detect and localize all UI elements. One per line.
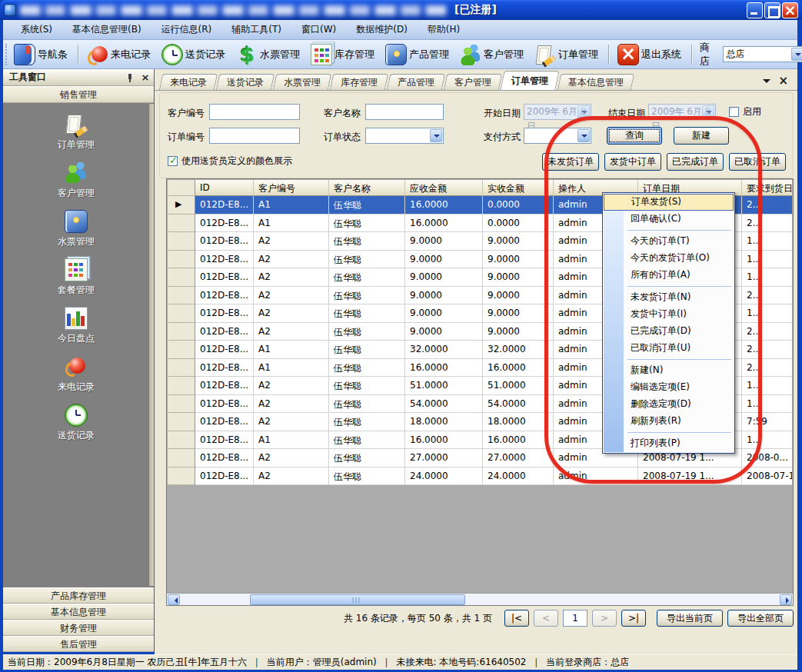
context-menu-item[interactable]: 已完成订单(D) [603, 323, 734, 340]
toolbar-button[interactable]: 订单管理 [529, 42, 604, 68]
row-selector[interactable] [168, 323, 195, 341]
query-button[interactable]: 查询 [607, 127, 662, 145]
order-status-filter-button[interactable]: 已完成订单 [667, 153, 724, 171]
row-selector[interactable] [168, 431, 195, 450]
context-menu-item[interactable]: 今天的订单(T) [603, 233, 734, 250]
sidebar-close-icon[interactable]: × [140, 72, 151, 83]
context-menu-item[interactable]: 回单确认(C) [603, 211, 734, 228]
sidebar-item[interactable]: 水票管理 [3, 210, 149, 248]
start-date-picker[interactable]: 2009年 6月 8日 [524, 104, 591, 120]
toolbar-button[interactable]: 客户管理 [454, 42, 529, 68]
checkbox-icon[interactable] [729, 107, 739, 117]
horizontal-scrollbar[interactable] [167, 593, 793, 605]
close-icon[interactable] [782, 2, 798, 18]
tab[interactable]: 订单管理 [500, 71, 559, 90]
context-menu-item[interactable] [603, 228, 734, 233]
menu-item[interactable]: 数据维护(D) [346, 20, 418, 39]
toolbar-button[interactable]: 库存管理 [305, 42, 380, 68]
menu-item[interactable]: 帮助(H) [418, 20, 470, 39]
context-menu-item[interactable]: 今天的发货订单(O) [603, 250, 734, 267]
sidebar-item[interactable]: 订单管理 [3, 113, 149, 151]
end-date-picker[interactable]: 2009年 6月 8日 [648, 104, 716, 120]
pay-method-combobox[interactable] [524, 128, 591, 144]
sidebar-section-sales[interactable]: 销售管理 [3, 86, 154, 103]
tab[interactable]: 库存管理 [330, 74, 388, 90]
chevron-down-icon[interactable] [791, 48, 802, 61]
row-selector[interactable] [168, 449, 195, 467]
sidebar-section[interactable]: 售后管理 [3, 636, 154, 652]
context-menu-item[interactable]: 已取消订单(U) [603, 340, 734, 357]
toolbar-button[interactable]: 送货记录 [156, 42, 231, 68]
context-menu-item[interactable]: 打印列表(P) [603, 435, 734, 452]
toolbar-button[interactable]: 水票管理 [231, 42, 305, 68]
order-status-filter-button[interactable]: 未发货订单 [542, 153, 599, 171]
column-header-received[interactable]: 实收金额 [483, 180, 554, 196]
export-all-pages-button[interactable]: 导出全部页 [727, 610, 794, 627]
scrollbar-thumb[interactable] [250, 594, 465, 605]
column-header-receivable[interactable]: 应收金额 [405, 180, 483, 196]
context-menu-item[interactable]: 未发货订单(N) [603, 289, 734, 306]
checkbox-checked-icon[interactable] [168, 156, 178, 166]
last-page-button[interactable]: >| [621, 610, 646, 627]
column-header-required-date[interactable]: 要求到货日期 [742, 180, 792, 196]
row-selector[interactable] [168, 341, 195, 359]
context-menu-item[interactable]: 订单发货(S) [604, 194, 734, 211]
row-selector[interactable] [168, 287, 195, 305]
page-number-input[interactable] [563, 610, 587, 627]
chevron-down-icon[interactable] [577, 105, 590, 118]
enable-checkbox[interactable]: 启用 [729, 105, 761, 118]
tab[interactable]: 送货记录 [216, 74, 275, 90]
column-header-selector[interactable] [168, 180, 195, 196]
context-menu-item[interactable] [603, 357, 734, 362]
color-display-checkbox[interactable]: 使用送货员定义的颜色展示 [168, 155, 292, 168]
row-selector[interactable] [168, 268, 195, 287]
chevron-down-icon[interactable] [577, 129, 590, 142]
context-menu-item[interactable]: 发货中订单(I) [603, 306, 734, 323]
column-header-customer-no[interactable]: 客户编号 [254, 180, 329, 196]
context-menu-item[interactable]: 新建(N) [603, 362, 734, 379]
order-status-filter-button[interactable]: 已取消订单 [729, 153, 786, 171]
export-current-page-button[interactable]: 导出当前页 [657, 610, 723, 627]
row-selector[interactable] [168, 251, 195, 269]
row-selector[interactable] [168, 196, 195, 215]
row-selector[interactable] [168, 467, 195, 486]
chevron-down-icon[interactable] [702, 105, 714, 118]
table-row[interactable]: 012D-E8... A2 伍华聪 24.0000 24.0000 admin … [168, 467, 792, 486]
toolbar-button[interactable]: 退出系统 [612, 42, 687, 68]
context-menu-item[interactable]: 刷新列表(R) [603, 413, 734, 430]
scroll-right-icon[interactable] [780, 594, 792, 605]
maximize-icon[interactable] [764, 2, 780, 18]
tab[interactable]: 客户管理 [444, 74, 502, 90]
column-header-id[interactable]: ID [195, 180, 254, 196]
pin-icon[interactable] [125, 72, 135, 83]
tab[interactable]: 水票管理 [273, 74, 331, 90]
context-menu-item[interactable]: 编辑选定项(E) [603, 379, 734, 396]
row-selector[interactable] [168, 377, 195, 395]
row-selector[interactable] [168, 304, 195, 323]
context-menu-item[interactable]: 所有的订单(A) [603, 267, 734, 284]
row-selector[interactable] [168, 359, 195, 378]
tab[interactable]: 来电记录 [159, 74, 218, 90]
sidebar-section[interactable]: 财务管理 [3, 620, 154, 636]
sidebar-item[interactable]: 今日盘点 [3, 307, 149, 345]
menu-item[interactable]: 窗口(W) [291, 20, 346, 39]
menu-item[interactable]: 基本信息管理(B) [62, 20, 151, 39]
toolbar-button[interactable]: 产品管理 [380, 42, 454, 68]
chevron-down-icon[interactable] [430, 129, 442, 142]
minimize-icon[interactable] [747, 2, 763, 18]
customer-name-input[interactable] [365, 104, 444, 120]
menu-item[interactable]: 辅助工具(T) [221, 20, 291, 39]
row-selector[interactable] [168, 232, 195, 251]
shop-combobox[interactable]: 总店 [723, 46, 802, 62]
tab-list-dropdown-icon[interactable] [763, 77, 770, 85]
column-header-customer-name[interactable]: 客户名称 [329, 180, 405, 196]
toolbar-button[interactable]: 导航条 [8, 42, 73, 68]
toolbar-button[interactable]: 来电记录 [82, 42, 156, 68]
first-page-button[interactable]: |< [504, 610, 529, 627]
sidebar-item[interactable]: 送货记录 [3, 404, 149, 442]
next-page-button[interactable]: > [592, 610, 617, 627]
sidebar-section[interactable]: 产品库存管理 [3, 587, 154, 604]
tab[interactable]: 产品管理 [387, 74, 445, 90]
context-menu-item[interactable]: 删除选定项(D) [603, 396, 734, 413]
customer-no-input[interactable] [209, 104, 300, 120]
